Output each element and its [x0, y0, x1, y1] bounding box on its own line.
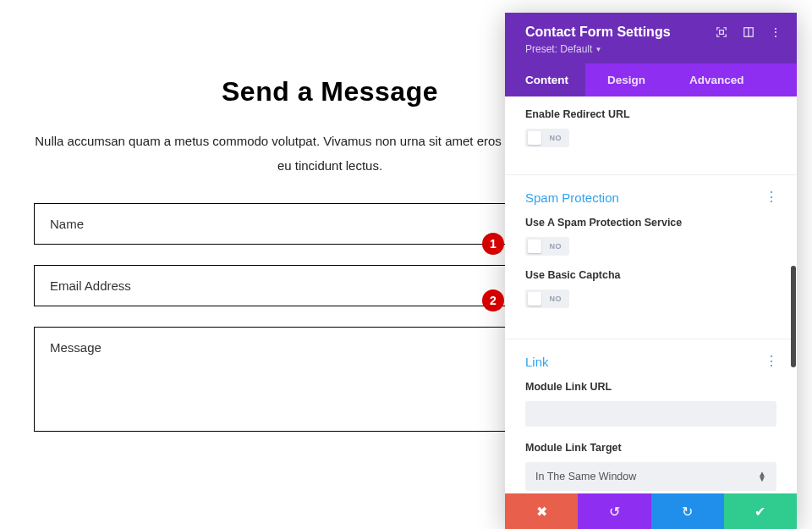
chevron-down-icon: ▼ — [595, 46, 601, 53]
panel-header: Contact Form Settings Preset: Default▼ ⋮ — [505, 13, 797, 63]
select-value: In The Same Window — [535, 471, 636, 482]
module-link-url-label: Module Link URL — [525, 381, 776, 393]
section-more-icon[interactable]: ⋮ — [765, 190, 778, 204]
undo-icon: ↺ — [609, 504, 620, 520]
toggle-value: NO — [550, 134, 562, 142]
scrollbar-thumb[interactable] — [791, 266, 796, 367]
basic-captcha-toggle[interactable]: NO — [525, 289, 569, 308]
panel-footer: ✖ ↺ ↻ ✔ — [505, 493, 797, 529]
tab-advanced[interactable]: Advanced — [667, 63, 761, 96]
enable-redirect-label: Enable Redirect URL — [525, 108, 776, 120]
toggle-value: NO — [550, 295, 562, 303]
panel-title: Contact Form Settings — [525, 25, 671, 40]
redo-icon: ↻ — [682, 504, 693, 520]
check-icon: ✔ — [754, 504, 765, 520]
tab-design[interactable]: Design — [585, 63, 667, 96]
preset-label: Preset: Default — [525, 43, 592, 55]
more-icon[interactable]: ⋮ — [770, 26, 782, 38]
undo-button[interactable]: ↺ — [578, 493, 650, 529]
annotation-badge-2: 2 — [482, 289, 504, 311]
module-link-target-label: Module Link Target — [525, 442, 776, 454]
module-link-url-input[interactable] — [525, 401, 776, 427]
section-more-icon[interactable]: ⋮ — [765, 355, 778, 368]
module-link-target-select[interactable]: In The Same Window ▲▼ — [525, 462, 776, 491]
basic-captcha-label: Use Basic Captcha — [525, 269, 776, 281]
cancel-button[interactable]: ✖ — [505, 493, 578, 529]
close-icon: ✖ — [536, 504, 547, 520]
link-section-title: Link — [525, 355, 776, 369]
tab-content[interactable]: Content — [505, 63, 585, 96]
panel-body: Enable Redirect URL NO Spam Protection ⋮… — [505, 96, 797, 493]
spam-service-label: Use A Spam Protection Service — [525, 217, 776, 229]
redo-button[interactable]: ↻ — [651, 493, 724, 529]
spam-service-toggle[interactable]: NO — [525, 237, 569, 256]
expand-icon[interactable] — [716, 26, 727, 38]
preset-selector[interactable]: Preset: Default▼ — [525, 43, 671, 55]
annotation-badge-1: 1 — [482, 233, 504, 255]
panel-tabs: Content Design Advanced — [505, 63, 797, 96]
columns-icon[interactable] — [743, 26, 754, 38]
select-arrows-icon: ▲▼ — [758, 471, 766, 482]
enable-redirect-toggle[interactable]: NO — [525, 129, 569, 147]
spam-section-title: Spam Protection — [525, 190, 776, 205]
svg-rect-0 — [720, 30, 724, 35]
redirect-section: Enable Redirect URL NO — [505, 96, 797, 166]
toggle-value: NO — [550, 242, 562, 251]
link-section: Link ⋮ Module Link URL Module Link Targe… — [505, 339, 797, 493]
save-button[interactable]: ✔ — [724, 493, 797, 529]
spam-protection-section: Spam Protection ⋮ Use A Spam Protection … — [505, 174, 797, 330]
settings-panel: Contact Form Settings Preset: Default▼ ⋮… — [505, 13, 797, 529]
